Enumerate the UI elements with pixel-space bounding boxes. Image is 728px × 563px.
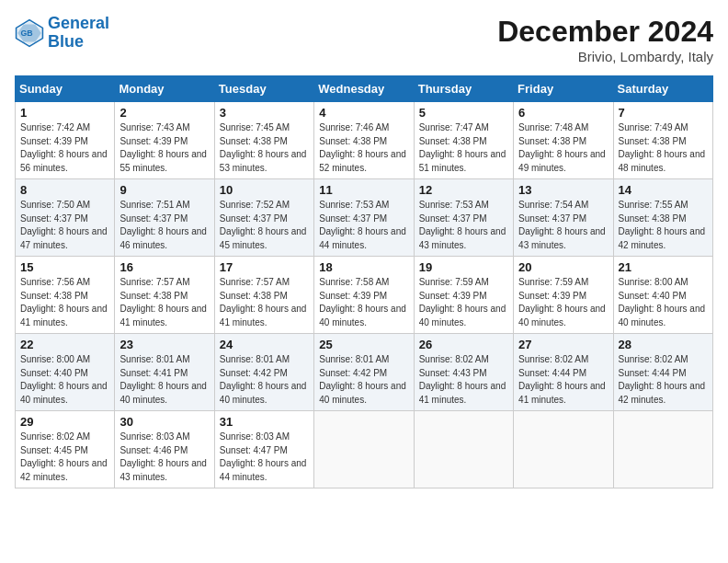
day-number: 9 (119, 183, 209, 197)
day-detail: Sunrise: 7:59 AM Sunset: 4:39 PM Dayligh… (518, 276, 608, 329)
calendar-cell: 28 Sunrise: 8:02 AM Sunset: 4:44 PM Dayl… (613, 334, 712, 411)
calendar-cell: 26 Sunrise: 8:02 AM Sunset: 4:43 PM Dayl… (414, 334, 513, 411)
day-number: 3 (220, 106, 309, 120)
day-detail: Sunrise: 7:45 AM Sunset: 4:38 PM Dayligh… (220, 121, 309, 175)
calendar-cell: 8 Sunrise: 7:50 AM Sunset: 4:37 PM Dayli… (16, 179, 115, 257)
day-number: 28 (619, 338, 708, 351)
day-number: 10 (220, 183, 309, 197)
day-detail: Sunrise: 8:00 AM Sunset: 4:40 PM Dayligh… (619, 276, 708, 329)
page-header: GB General Blue December 2024 Brivio, Lo… (15, 15, 713, 64)
day-number: 7 (619, 106, 708, 120)
logo-icon: GB (15, 18, 44, 48)
calendar-cell: 18 Sunrise: 7:58 AM Sunset: 4:39 PM Dayl… (314, 257, 414, 334)
weekday-header: Sunday (16, 76, 115, 102)
day-detail: Sunrise: 7:48 AM Sunset: 4:38 PM Dayligh… (518, 121, 608, 175)
day-number: 22 (20, 338, 109, 351)
day-number: 13 (518, 183, 608, 197)
calendar-cell: 15 Sunrise: 7:56 AM Sunset: 4:38 PM Dayl… (16, 257, 115, 334)
calendar-cell: 1 Sunrise: 7:42 AM Sunset: 4:39 PM Dayli… (16, 102, 115, 179)
calendar-cell: 14 Sunrise: 7:55 AM Sunset: 4:38 PM Dayl… (613, 179, 712, 257)
day-number: 25 (319, 338, 408, 351)
calendar-cell: 4 Sunrise: 7:46 AM Sunset: 4:38 PM Dayli… (314, 102, 414, 179)
calendar-cell: 31 Sunrise: 8:03 AM Sunset: 4:47 PM Dayl… (214, 411, 313, 488)
title-block: December 2024 Brivio, Lombardy, Italy (497, 15, 713, 64)
day-detail: Sunrise: 8:02 AM Sunset: 4:43 PM Dayligh… (419, 353, 508, 407)
day-number: 30 (119, 415, 209, 429)
weekday-header: Wednesday (314, 76, 414, 102)
day-detail: Sunrise: 7:54 AM Sunset: 4:37 PM Dayligh… (518, 199, 608, 252)
calendar-week-row: 15 Sunrise: 7:56 AM Sunset: 4:38 PM Dayl… (16, 257, 713, 334)
weekday-header: Thursday (414, 76, 513, 102)
day-detail: Sunrise: 7:49 AM Sunset: 4:38 PM Dayligh… (619, 121, 708, 175)
calendar-cell: 13 Sunrise: 7:54 AM Sunset: 4:37 PM Dayl… (514, 179, 613, 257)
calendar-cell (314, 411, 414, 488)
day-detail: Sunrise: 7:53 AM Sunset: 4:37 PM Dayligh… (419, 199, 508, 252)
logo-text: General Blue (48, 15, 109, 52)
calendar-cell: 17 Sunrise: 7:57 AM Sunset: 4:38 PM Dayl… (214, 257, 313, 334)
day-detail: Sunrise: 7:42 AM Sunset: 4:39 PM Dayligh… (20, 121, 109, 175)
calendar-cell (514, 411, 613, 488)
calendar-cell (414, 411, 513, 488)
calendar-cell: 24 Sunrise: 8:01 AM Sunset: 4:42 PM Dayl… (214, 334, 313, 411)
calendar-cell: 20 Sunrise: 7:59 AM Sunset: 4:39 PM Dayl… (514, 257, 613, 334)
calendar-table: SundayMondayTuesdayWednesdayThursdayFrid… (15, 75, 713, 488)
day-detail: Sunrise: 7:57 AM Sunset: 4:38 PM Dayligh… (119, 276, 209, 329)
day-number: 23 (119, 338, 209, 351)
calendar-cell: 7 Sunrise: 7:49 AM Sunset: 4:38 PM Dayli… (613, 102, 712, 179)
day-number: 27 (518, 338, 608, 351)
weekday-header: Saturday (613, 76, 712, 102)
calendar-week-row: 8 Sunrise: 7:50 AM Sunset: 4:37 PM Dayli… (16, 179, 713, 257)
calendar-cell: 21 Sunrise: 8:00 AM Sunset: 4:40 PM Dayl… (613, 257, 712, 334)
day-detail: Sunrise: 7:50 AM Sunset: 4:37 PM Dayligh… (20, 199, 109, 252)
calendar-cell: 16 Sunrise: 7:57 AM Sunset: 4:38 PM Dayl… (115, 257, 214, 334)
day-detail: Sunrise: 7:51 AM Sunset: 4:37 PM Dayligh… (119, 199, 209, 252)
day-detail: Sunrise: 7:59 AM Sunset: 4:39 PM Dayligh… (419, 276, 508, 329)
day-detail: Sunrise: 8:01 AM Sunset: 4:41 PM Dayligh… (119, 353, 209, 407)
calendar-cell: 10 Sunrise: 7:52 AM Sunset: 4:37 PM Dayl… (214, 179, 313, 257)
day-detail: Sunrise: 8:03 AM Sunset: 4:47 PM Dayligh… (220, 431, 309, 484)
calendar-cell: 30 Sunrise: 8:03 AM Sunset: 4:46 PM Dayl… (115, 411, 214, 488)
day-detail: Sunrise: 7:58 AM Sunset: 4:39 PM Dayligh… (319, 276, 408, 329)
calendar-cell: 29 Sunrise: 8:02 AM Sunset: 4:45 PM Dayl… (16, 411, 115, 488)
calendar-cell: 12 Sunrise: 7:53 AM Sunset: 4:37 PM Dayl… (414, 179, 513, 257)
day-number: 5 (419, 106, 508, 120)
logo-line2: Blue (48, 32, 84, 51)
day-number: 8 (20, 183, 109, 197)
day-detail: Sunrise: 7:53 AM Sunset: 4:37 PM Dayligh… (319, 199, 408, 252)
day-number: 17 (220, 260, 309, 274)
day-detail: Sunrise: 8:02 AM Sunset: 4:45 PM Dayligh… (20, 431, 109, 484)
day-detail: Sunrise: 7:55 AM Sunset: 4:38 PM Dayligh… (619, 199, 708, 252)
day-number: 15 (20, 260, 109, 274)
logo-line1: General (48, 14, 109, 32)
day-number: 29 (20, 415, 109, 429)
day-detail: Sunrise: 8:01 AM Sunset: 4:42 PM Dayligh… (220, 353, 309, 407)
svg-text:GB: GB (20, 29, 32, 38)
weekday-header: Tuesday (214, 76, 313, 102)
day-detail: Sunrise: 8:00 AM Sunset: 4:40 PM Dayligh… (20, 353, 109, 407)
calendar-cell: 11 Sunrise: 7:53 AM Sunset: 4:37 PM Dayl… (314, 179, 414, 257)
calendar-cell: 22 Sunrise: 8:00 AM Sunset: 4:40 PM Dayl… (16, 334, 115, 411)
day-number: 31 (220, 415, 309, 429)
day-detail: Sunrise: 7:57 AM Sunset: 4:38 PM Dayligh… (220, 276, 309, 329)
day-number: 20 (518, 260, 608, 274)
day-detail: Sunrise: 8:03 AM Sunset: 4:46 PM Dayligh… (119, 431, 209, 484)
calendar-cell: 2 Sunrise: 7:43 AM Sunset: 4:39 PM Dayli… (115, 102, 214, 179)
day-detail: Sunrise: 7:56 AM Sunset: 4:38 PM Dayligh… (20, 276, 109, 329)
calendar-cell: 23 Sunrise: 8:01 AM Sunset: 4:41 PM Dayl… (115, 334, 214, 411)
weekday-header: Monday (115, 76, 214, 102)
day-number: 26 (419, 338, 508, 351)
day-number: 1 (20, 106, 109, 120)
day-detail: Sunrise: 7:47 AM Sunset: 4:38 PM Dayligh… (419, 121, 508, 175)
calendar-cell: 5 Sunrise: 7:47 AM Sunset: 4:38 PM Dayli… (414, 102, 513, 179)
day-number: 12 (419, 183, 508, 197)
day-number: 4 (319, 106, 408, 120)
calendar-cell: 9 Sunrise: 7:51 AM Sunset: 4:37 PM Dayli… (115, 179, 214, 257)
day-detail: Sunrise: 7:52 AM Sunset: 4:37 PM Dayligh… (220, 199, 309, 252)
day-number: 14 (619, 183, 708, 197)
calendar-header-row: SundayMondayTuesdayWednesdayThursdayFrid… (16, 76, 713, 102)
day-number: 2 (119, 106, 209, 120)
logo: GB General Blue (15, 15, 109, 52)
calendar-cell: 3 Sunrise: 7:45 AM Sunset: 4:38 PM Dayli… (214, 102, 313, 179)
day-number: 11 (319, 183, 408, 197)
calendar-week-row: 1 Sunrise: 7:42 AM Sunset: 4:39 PM Dayli… (16, 102, 713, 179)
